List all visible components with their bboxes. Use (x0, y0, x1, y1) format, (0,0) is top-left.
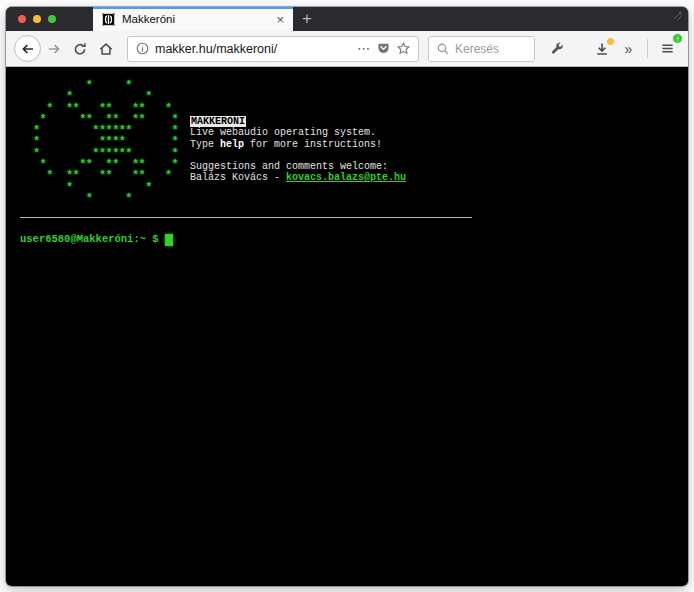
screenshot-root: Makkeróni × + (0, 0, 694, 592)
pocket-icon[interactable] (376, 41, 391, 56)
update-badge-icon: ↑ (672, 33, 683, 44)
window-controls (6, 7, 56, 31)
close-window-button[interactable] (18, 15, 26, 23)
help-keyword: help (220, 139, 244, 150)
search-placeholder: Keresés (455, 42, 499, 56)
separator-line (20, 217, 472, 218)
search-bar[interactable]: Keresés (428, 36, 535, 62)
command-prompt-line[interactable]: user6580@Makkeróni:~ $ (20, 233, 173, 246)
suggestions-line: Suggestions and comments welcome: (190, 161, 406, 172)
download-button[interactable] (589, 36, 615, 62)
toolbar-right-group: » ↑ (589, 36, 680, 62)
help-hint: Type help for more instructions! (190, 139, 406, 150)
active-tab-accent (93, 7, 293, 9)
new-tab-button[interactable]: + (293, 7, 321, 31)
bookmark-star-icon[interactable] (396, 41, 411, 56)
terminal-cursor (165, 234, 173, 246)
prompt-text: user6580@Makkeróni:~ $ (20, 233, 159, 246)
site-info-icon[interactable] (135, 41, 150, 56)
window-resize-grip[interactable] (671, 9, 684, 22)
tab-close-icon[interactable]: × (270, 13, 284, 26)
search-icon (436, 42, 450, 56)
makkeroni-favicon-icon (102, 13, 115, 26)
url-bar[interactable]: makker.hu/makkeroni/ ⋯ (127, 36, 419, 62)
toolbar-separator (647, 39, 648, 58)
tab-title: Makkeróni (122, 13, 270, 25)
page-actions-icon[interactable]: ⋯ (357, 41, 371, 56)
welcome-text-block: MAKKERÓNI Live webaudio operating system… (190, 116, 406, 184)
author-line: Balázs Kovács - kovacs.balazs@pte.hu (190, 172, 406, 183)
ascii-art-logo: * * * * * ** ** ** * * ** ** ** * * ****… (20, 80, 178, 204)
tab-makkeroni[interactable]: Makkeróni × (93, 7, 293, 31)
download-notification-dot (607, 38, 614, 45)
tagline: Live webaudio operating system. (190, 127, 406, 138)
page-title: MAKKERÓNI (190, 116, 246, 127)
tab-bar: Makkeróni × + (6, 7, 688, 31)
email-link[interactable]: kovacs.balazs@pte.hu (286, 172, 406, 183)
home-button[interactable] (93, 36, 119, 62)
overflow-chevron-icon[interactable]: » (615, 36, 641, 62)
zoom-window-button[interactable] (48, 15, 56, 23)
navigation-toolbar: makker.hu/makkeroni/ ⋯ (6, 31, 688, 67)
menu-button[interactable]: ↑ (654, 36, 680, 62)
wrench-icon[interactable] (544, 36, 570, 62)
forward-button[interactable] (41, 36, 67, 62)
reload-button[interactable] (67, 36, 93, 62)
url-text[interactable]: makker.hu/makkeroni/ (155, 42, 352, 56)
terminal-page[interactable]: * * * * * ** ** ** * * ** ** ** * * ****… (6, 67, 688, 585)
browser-window: Makkeróni × + (6, 7, 688, 586)
minimize-window-button[interactable] (33, 15, 41, 23)
back-button[interactable] (14, 35, 41, 62)
